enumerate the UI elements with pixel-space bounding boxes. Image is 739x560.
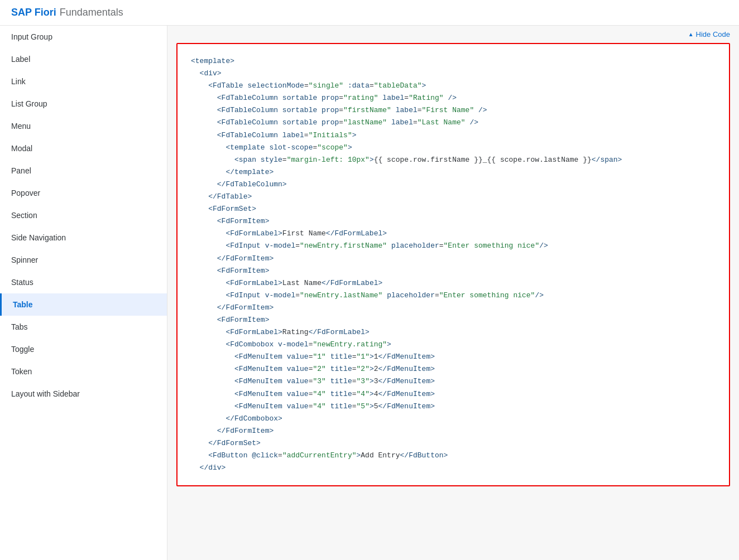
code-line: </FdCombobox> bbox=[191, 413, 716, 425]
code-line: <FdFormLabel>Rating</FdFormLabel> bbox=[191, 326, 716, 339]
main-layout: Input Group Label Link List Group Menu M… bbox=[0, 26, 739, 560]
sidebar-item-modal[interactable]: Modal bbox=[0, 137, 167, 160]
sidebar-item-section[interactable]: Section bbox=[0, 204, 167, 226]
code-line: <FdInput v-model="newEntry.firstName" pl… bbox=[191, 240, 716, 252]
sidebar-item-panel[interactable]: Panel bbox=[0, 160, 167, 182]
sidebar-item-input-group[interactable]: Input Group bbox=[0, 26, 167, 48]
code-line: </FdFormItem> bbox=[191, 425, 716, 437]
sidebar-item-link[interactable]: Link bbox=[0, 70, 167, 93]
sidebar-item-label[interactable]: Label bbox=[0, 48, 167, 70]
sidebar-item-table[interactable]: Table bbox=[0, 293, 167, 316]
code-line: </FdTableColumn> bbox=[191, 178, 716, 191]
sidebar-item-tabs[interactable]: Tabs bbox=[0, 316, 167, 338]
code-line: <FdMenuItem value="4" title="5">5</FdMen… bbox=[191, 400, 716, 413]
code-line: </template> bbox=[191, 166, 716, 178]
brand-subtitle: Fundamentals bbox=[60, 7, 123, 18]
app-header: SAP Fiori Fundamentals bbox=[0, 0, 739, 26]
sidebar-item-menu[interactable]: Menu bbox=[0, 115, 167, 137]
code-line: </FdFormItem> bbox=[191, 253, 716, 265]
sidebar-item-status[interactable]: Status bbox=[0, 271, 167, 293]
code-line: <FdFormItem> bbox=[191, 265, 716, 277]
code-line: </FdTable> bbox=[191, 191, 716, 203]
code-line: </FdFormSet> bbox=[191, 437, 716, 450]
brand-name: SAP Fiori bbox=[11, 7, 56, 18]
sidebar-item-token[interactable]: Token bbox=[0, 360, 167, 383]
code-line: <span style="margin-left: 10px">{{ scope… bbox=[191, 154, 716, 166]
code-line: <FdFormLabel>First Name</FdFormLabel> bbox=[191, 228, 716, 240]
code-line: <FdMenuItem value="1" title="1">1</FdMen… bbox=[191, 351, 716, 363]
sidebar-item-toggle[interactable]: Toggle bbox=[0, 338, 167, 360]
sidebar: Input Group Label Link List Group Menu M… bbox=[0, 26, 167, 560]
code-line: </div> bbox=[191, 462, 716, 474]
sidebar-item-layout-with-sidebar[interactable]: Layout with Sidebar bbox=[0, 383, 167, 405]
sidebar-item-popover[interactable]: Popover bbox=[0, 182, 167, 204]
code-line: <FdFormItem> bbox=[191, 215, 716, 228]
sidebar-item-spinner[interactable]: Spinner bbox=[0, 249, 167, 271]
code-line: <FdTable selectionMode="single" :data="t… bbox=[191, 80, 716, 92]
code-line: <FdMenuItem value="4" title="4">4</FdMen… bbox=[191, 388, 716, 400]
code-line: <FdButton @click="addCurrentEntry">Add E… bbox=[191, 450, 716, 462]
hide-code-button[interactable]: Hide Code bbox=[688, 30, 730, 38]
code-line: <FdMenuItem value="2" title="2">2</FdMen… bbox=[191, 363, 716, 375]
hide-code-bar: Hide Code bbox=[167, 26, 739, 43]
code-line: <FdTableColumn sortable prop="lastName" … bbox=[191, 117, 716, 129]
code-line: <FdInput v-model="newEntry.lastName" pla… bbox=[191, 289, 716, 302]
content-area: Hide Code <template> <div> <FdTable sele… bbox=[167, 26, 739, 560]
code-line: <FdTableColumn sortable prop="rating" la… bbox=[191, 92, 716, 104]
sidebar-item-side-navigation[interactable]: Side Navigation bbox=[0, 226, 167, 249]
code-panel: <template> <div> <FdTable selectionMode=… bbox=[176, 43, 730, 486]
code-line: <div> bbox=[191, 67, 716, 80]
sidebar-item-list-group[interactable]: List Group bbox=[0, 93, 167, 115]
code-line: <template slot-scope="scope"> bbox=[191, 142, 716, 154]
code-line: <FdFormLabel>Last Name</FdFormLabel> bbox=[191, 277, 716, 289]
code-line: <template> bbox=[191, 55, 716, 67]
code-line: <FdTableColumn sortable prop="firstName"… bbox=[191, 104, 716, 117]
code-line: <FdFormItem> bbox=[191, 314, 716, 326]
code-line: </FdFormItem> bbox=[191, 302, 716, 314]
code-line: <FdFormSet> bbox=[191, 203, 716, 215]
code-line: <FdTableColumn label="Initials"> bbox=[191, 129, 716, 142]
code-line: <FdMenuItem value="3" title="3">3</FdMen… bbox=[191, 375, 716, 388]
code-line: <FdCombobox v-model="newEntry.rating"> bbox=[191, 339, 716, 351]
